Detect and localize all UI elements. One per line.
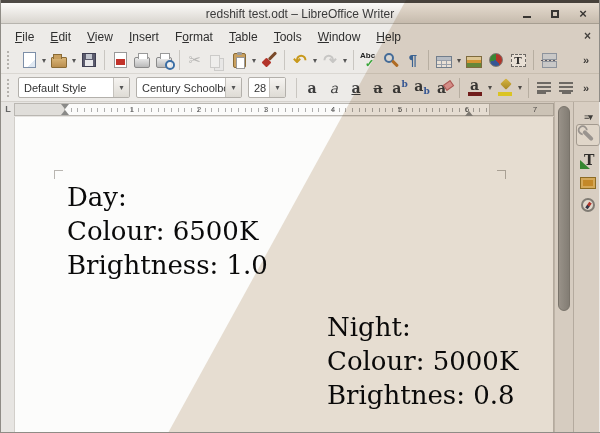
night-text-block[interactable]: Night:Colour: 5000KBrightnes: 0.8	[327, 310, 518, 412]
font-color-dropdown-arrow[interactable]: ▾	[486, 83, 494, 92]
titlebar[interactable]: redshift test.odt – LibreOffice Writer ×	[1, 0, 599, 24]
cut-button[interactable]	[184, 48, 206, 72]
toolbar-grip[interactable]	[7, 51, 12, 69]
font-color-button[interactable]	[464, 76, 486, 100]
insert-table-dropdown-arrow[interactable]: ▾	[455, 56, 463, 65]
chevron-down-icon[interactable]: ▾	[269, 78, 285, 97]
bold-button[interactable]	[301, 76, 323, 100]
document-text-line: Colour: 6500K	[67, 214, 268, 248]
sidebar-tab-gallery[interactable]	[576, 172, 600, 194]
chevron-down-icon[interactable]: ▾	[225, 78, 241, 97]
font-color-icon	[467, 79, 483, 96]
paste-dropdown-arrow[interactable]: ▾	[250, 56, 258, 65]
close-button[interactable]: ×	[577, 8, 589, 20]
toolbar-grip[interactable]	[7, 79, 12, 97]
subscript-button[interactable]	[411, 76, 433, 100]
menu-edit[interactable]: Edit	[42, 27, 79, 47]
pilcrow-icon	[409, 51, 417, 69]
open-folder-icon	[51, 57, 67, 68]
menu-format[interactable]: Format	[167, 27, 221, 47]
pie-chart-icon	[489, 53, 503, 67]
undo-dropdown-arrow[interactable]: ▾	[311, 56, 319, 65]
formatting-toolbar: Default Style ▾ Century Schoolbook L ▾ 2…	[1, 74, 599, 102]
redo-button[interactable]	[319, 48, 341, 72]
insert-textbox-button[interactable]	[507, 48, 529, 72]
sidebar-tab-navigator[interactable]	[576, 194, 600, 216]
align-center-icon	[559, 81, 573, 95]
menu-insert[interactable]: Insert	[121, 27, 167, 47]
clear-formatting-button[interactable]	[433, 76, 455, 100]
menu-file[interactable]: File	[7, 27, 42, 47]
open-dropdown-arrow[interactable]: ▾	[70, 56, 78, 65]
sidebar-tab-styles[interactable]	[576, 150, 600, 172]
menu-window[interactable]: Window	[310, 27, 369, 47]
document-page[interactable]: Day:Colour: 6500KBrightness: 1.0 Night:C…	[14, 117, 554, 432]
open-button[interactable]	[48, 48, 70, 72]
close-document-button[interactable]: ×	[584, 29, 591, 43]
menu-table[interactable]: Table	[221, 27, 266, 47]
paste-button[interactable]	[228, 48, 250, 72]
new-document-icon	[23, 52, 36, 68]
superscript-button[interactable]	[389, 76, 411, 100]
find-replace-button[interactable]	[380, 48, 402, 72]
menu-help[interactable]: Help	[368, 27, 409, 47]
chevron-down-icon[interactable]: ▾	[113, 78, 129, 97]
clear-formatting-icon	[435, 80, 453, 96]
menu-tools[interactable]: Tools	[266, 27, 310, 47]
maximize-button[interactable]	[549, 8, 561, 20]
toolbar-overflow-button[interactable]: »	[579, 52, 593, 68]
document-text-line: Brightnes: 0.8	[327, 378, 518, 412]
ruler-left-margin-zone	[15, 104, 65, 115]
paragraph-style-combobox[interactable]: Default Style ▾	[18, 77, 130, 98]
scrollbar-thumb[interactable]	[558, 106, 570, 311]
print-preview-button[interactable]	[153, 48, 175, 72]
ruler-row: L 1234567	[1, 102, 554, 117]
page-break-icon	[541, 53, 557, 68]
toolbar-separator	[284, 50, 285, 70]
document-text-line: Day:	[67, 180, 268, 214]
sidebar-menu-icon: ≡▾	[584, 112, 592, 122]
insert-chart-button[interactable]	[485, 48, 507, 72]
print-button[interactable]	[131, 48, 153, 72]
vertical-scrollbar[interactable]	[554, 102, 573, 432]
italic-button[interactable]	[323, 76, 345, 100]
save-button[interactable]	[78, 48, 100, 72]
toolbar-separator	[428, 50, 429, 70]
insert-table-button[interactable]	[433, 48, 455, 72]
table-grid-icon	[436, 56, 452, 68]
right-indent-marker[interactable]	[465, 111, 473, 116]
ruler-number: 1	[130, 105, 134, 114]
page-break-button[interactable]	[538, 48, 560, 72]
sidebar-tab-properties[interactable]	[576, 124, 600, 146]
new-button[interactable]	[18, 48, 40, 72]
strikethrough-button[interactable]	[367, 76, 389, 100]
font-size-combobox[interactable]: 28 ▾	[248, 77, 286, 98]
export-pdf-button[interactable]	[109, 48, 131, 72]
gallery-icon	[580, 177, 596, 189]
highlight-color-dropdown-arrow[interactable]: ▾	[516, 83, 524, 92]
font-name-combobox[interactable]: Century Schoolbook L ▾	[136, 77, 242, 98]
spelling-button[interactable]	[358, 48, 380, 72]
copy-button[interactable]	[206, 48, 228, 72]
new-dropdown-arrow[interactable]: ▾	[40, 56, 48, 65]
toolbar-overflow-button[interactable]: »	[579, 80, 593, 96]
insert-image-button[interactable]	[463, 48, 485, 72]
align-center-button[interactable]	[555, 76, 577, 100]
undo-arrow-icon	[293, 51, 306, 70]
clipboard-icon	[233, 53, 246, 68]
printer-icon	[134, 57, 150, 68]
sidebar-tabbar: ≡▾	[573, 102, 600, 432]
menu-view[interactable]: View	[79, 27, 121, 47]
tab-stop-selector[interactable]: L	[3, 104, 13, 115]
minimize-button[interactable]	[521, 8, 533, 20]
clone-formatting-button[interactable]	[258, 48, 280, 72]
day-text-block[interactable]: Day:Colour: 6500KBrightness: 1.0	[67, 180, 268, 282]
formatting-marks-button[interactable]	[402, 48, 424, 72]
align-left-button[interactable]	[533, 76, 555, 100]
highlight-color-button[interactable]	[494, 76, 516, 100]
text-boundary-corner	[54, 170, 63, 179]
undo-button[interactable]	[289, 48, 311, 72]
ruler-number: 4	[331, 105, 335, 114]
underline-button[interactable]	[345, 76, 367, 100]
redo-dropdown-arrow[interactable]: ▾	[341, 56, 349, 65]
